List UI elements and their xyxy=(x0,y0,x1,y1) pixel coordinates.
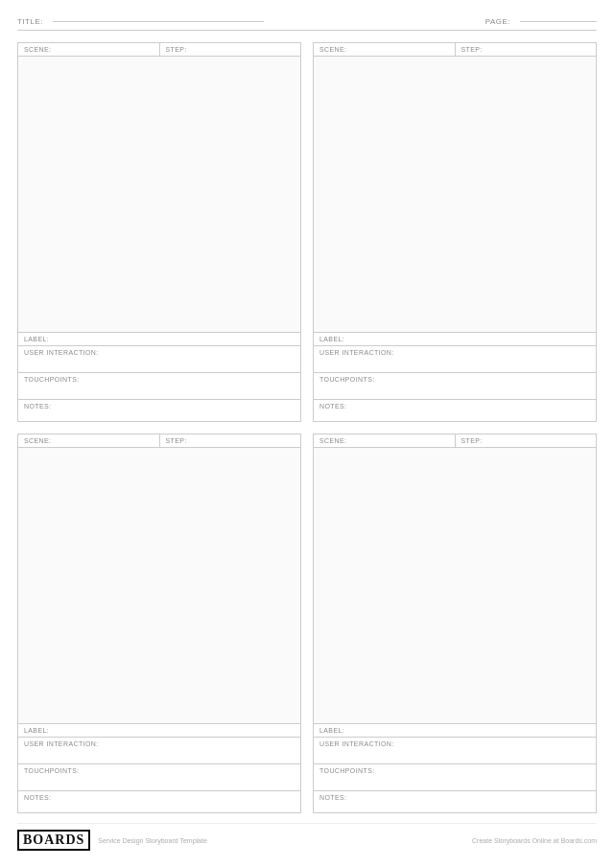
card-2-notes: NOTES: xyxy=(314,400,596,421)
card-3-user-interaction: USER INTERACTION: xyxy=(18,738,300,764)
footer-url-link: Boards.com xyxy=(561,837,597,844)
card-1-scene-label: SCENE: xyxy=(18,43,160,56)
footer-brand: BOARDS Service Design Storyboard Templat… xyxy=(17,830,207,851)
card-2-touchpoints: TOUCHPOINTS: xyxy=(314,373,596,400)
card-3-header: SCENE: STEP: xyxy=(18,434,300,448)
card-1: SCENE: STEP: LABEL: USER INTERACTION: TO… xyxy=(17,42,301,422)
card-2-header: SCENE: STEP: xyxy=(314,43,596,57)
card-2: SCENE: STEP: LABEL: USER INTERACTION: TO… xyxy=(313,42,597,422)
card-1-label: LABEL: xyxy=(18,333,300,346)
footer-url: Create Storyboards Online at Boards.com xyxy=(472,837,597,844)
card-1-touchpoints: TOUCHPOINTS: xyxy=(18,373,300,400)
card-3-touchpoints: TOUCHPOINTS: xyxy=(18,764,300,791)
page-line xyxy=(520,21,597,22)
title-label: TITLE: xyxy=(17,17,43,26)
page-label: PAGE: xyxy=(485,17,510,26)
card-1-user-interaction: USER INTERACTION: xyxy=(18,346,300,373)
card-4-label: LABEL: xyxy=(314,724,596,738)
card-4-notes: NOTES: xyxy=(314,791,596,812)
footer-tagline: Service Design Storyboard Template xyxy=(98,837,206,844)
page-header: TITLE: PAGE: xyxy=(17,17,597,31)
title-line xyxy=(53,21,264,22)
card-1-step-label: STEP: xyxy=(160,43,301,56)
card-4-step-label: STEP: xyxy=(456,434,597,447)
card-4-header: SCENE: STEP: xyxy=(314,434,596,448)
card-1-notes: NOTES: xyxy=(18,400,300,421)
card-2-scene-label: SCENE: xyxy=(314,43,456,56)
title-field: TITLE: xyxy=(17,17,264,26)
card-3: SCENE: STEP: LABEL: USER INTERACTION: TO… xyxy=(17,434,301,813)
card-2-user-interaction: USER INTERACTION: xyxy=(314,346,596,373)
card-3-label: LABEL: xyxy=(18,724,300,738)
card-4-image xyxy=(314,448,596,724)
footer-logo: BOARDS xyxy=(17,830,90,851)
card-2-image xyxy=(314,57,596,333)
card-3-image xyxy=(18,448,300,724)
card-1-header: SCENE: STEP: xyxy=(18,43,300,57)
card-3-step-label: STEP: xyxy=(160,434,301,447)
card-2-step-label: STEP: xyxy=(456,43,597,56)
card-3-notes: NOTES: xyxy=(18,791,300,812)
card-4-scene-label: SCENE: xyxy=(314,434,456,447)
page-field: PAGE: xyxy=(485,17,597,26)
card-4-user-interaction: USER INTERACTION: xyxy=(314,738,596,764)
card-2-label: LABEL: xyxy=(314,333,596,346)
card-4-touchpoints: TOUCHPOINTS: xyxy=(314,764,596,791)
storyboard-grid: SCENE: STEP: LABEL: USER INTERACTION: TO… xyxy=(17,42,597,813)
page: TITLE: PAGE: SCENE: STEP: LABEL: USER IN… xyxy=(0,0,614,868)
card-4: SCENE: STEP: LABEL: USER INTERACTION: TO… xyxy=(313,434,597,813)
card-1-image xyxy=(18,57,300,333)
footer: BOARDS Service Design Storyboard Templat… xyxy=(17,823,597,851)
footer-url-label: Create Storyboards Online at xyxy=(472,837,559,844)
card-3-scene-label: SCENE: xyxy=(18,434,160,447)
